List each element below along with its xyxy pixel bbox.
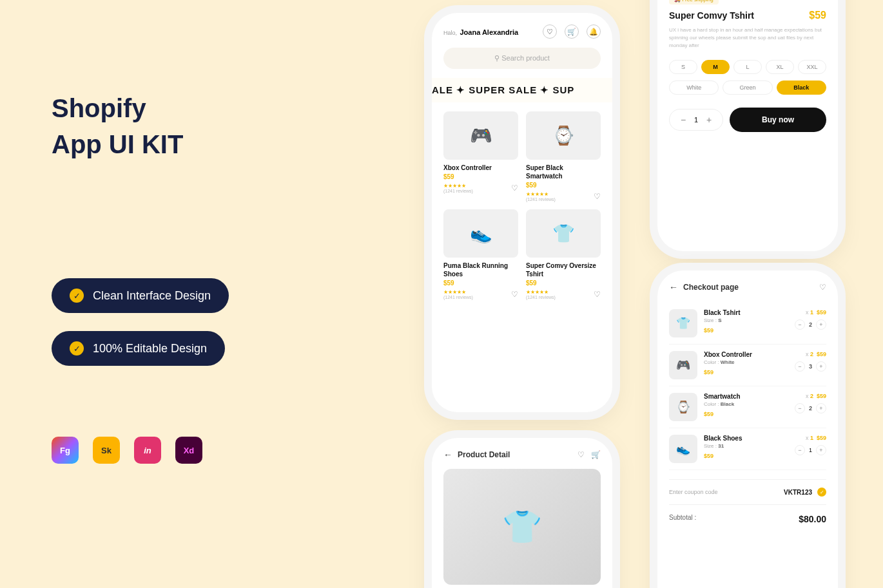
minus-button[interactable]: − [679, 115, 688, 125]
product-card[interactable]: 👟 Puma Black Running Shoes $59 ★★★★★(124… [443, 209, 518, 299]
product-price: $59 [526, 280, 601, 287]
size-option[interactable]: S [669, 60, 697, 74]
cart-icon[interactable]: 🛒 [565, 24, 579, 39]
product-name: Super Black Smartwatch [526, 164, 601, 180]
plus-button[interactable]: + [816, 319, 826, 330]
plus-button[interactable]: + [816, 361, 826, 372]
color-option[interactable]: Black [777, 81, 826, 95]
plus-button[interactable]: + [704, 115, 713, 125]
plus-button[interactable]: + [816, 445, 826, 455]
item-attr: Color : White [704, 359, 788, 365]
product-hero-image: 👕 [443, 469, 601, 585]
back-arrow-icon[interactable]: ← [443, 450, 452, 460]
truck-icon: 🚚 [674, 0, 681, 3]
checkout-item: 👟 Black ShoesSize : 31$59 x 1 $59−1+ [669, 428, 826, 470]
phone-product-detail-2: ← Product Detail ♡ 🛒 👕 [432, 438, 612, 588]
product-card[interactable]: 🎮 Xbox Controller $59 ★★★★★(1241 reviews… [443, 111, 518, 202]
subtotal-label: Subtotal : [669, 514, 696, 524]
item-name: Black Tshirt [704, 309, 788, 316]
page-title: Checkout page [683, 283, 739, 292]
item-price: $59 [704, 369, 788, 375]
search-input[interactable]: ⚲ Search product [443, 48, 601, 69]
qty-value: 1 [809, 447, 812, 453]
product-card[interactable]: 👕 Super Comvy Oversize Tshirt $59 ★★★★★(… [526, 209, 601, 299]
item-qty-price: x 1 $59 [806, 435, 826, 441]
quantity-stepper[interactable]: −3+ [795, 361, 826, 372]
product-description: UX i have a hard stop in an hour and hal… [669, 26, 826, 50]
item-attr: Size : S [704, 318, 788, 323]
cart-icon[interactable]: 🛒 [591, 450, 601, 459]
heart-icon[interactable]: ♡ [594, 290, 601, 299]
item-image: 👟 [669, 435, 697, 463]
product-title: Super Comvy Tshirt [669, 10, 754, 21]
back-arrow-icon[interactable]: ← [669, 282, 678, 292]
check-icon: ✓ [70, 289, 84, 303]
quantity-stepper[interactable]: −2+ [795, 403, 826, 413]
item-image: 👕 [669, 309, 697, 337]
heart-icon[interactable]: ♡ [543, 24, 557, 39]
bell-icon[interactable]: 🔔 [587, 24, 601, 39]
checkout-item: 👕 Black TshirtSize : S$59 x 1 $59−2+ [669, 303, 826, 345]
size-option[interactable]: XL [766, 60, 794, 74]
minus-button[interactable]: − [795, 361, 805, 372]
product-image: 👟 [443, 209, 518, 258]
search-icon: ⚲ [494, 54, 500, 62]
product-card[interactable]: ⌚ Super Black Smartwatch $59 ★★★★★(1241 … [526, 111, 601, 202]
sale-banner: ALE ✦ SUPER SALE ✦ SUP [432, 78, 612, 102]
item-price: $59 [704, 327, 788, 334]
plus-button[interactable]: + [816, 403, 826, 413]
hero-title: Shopify App UI KIT [52, 90, 316, 162]
size-option[interactable]: M [701, 60, 730, 74]
product-name: Xbox Controller [443, 164, 518, 172]
color-option[interactable]: White [669, 81, 719, 95]
item-attr: Size : 31 [704, 443, 788, 449]
xd-icon: Xd [175, 437, 202, 464]
phone-checkout: ← Checkout page ♡ 👕 Black TshirtSize : S… [657, 270, 838, 588]
product-price: $59 [809, 10, 826, 21]
qty-value: 2 [809, 321, 812, 328]
size-option[interactable]: L [733, 60, 762, 74]
heart-icon[interactable]: ♡ [577, 450, 585, 459]
color-option[interactable]: Green [723, 81, 772, 95]
greeting: Halo, Joana Alexandria [443, 26, 518, 37]
figma-icon: Fg [52, 437, 79, 464]
item-image: 🎮 [669, 351, 697, 379]
heart-icon[interactable]: ♡ [594, 192, 601, 201]
star-rating: ★★★★★ [526, 289, 556, 295]
subtotal-value: $80.00 [799, 514, 826, 524]
minus-button[interactable]: − [795, 319, 805, 330]
buy-now-button[interactable]: Buy now [730, 108, 826, 132]
product-image: 🎮 [443, 111, 518, 160]
item-price: $59 [704, 453, 788, 459]
product-image: 👕 [526, 209, 601, 258]
phone-home-screen: Halo, Joana Alexandria ♡ 🛒 🔔 ⚲ Search pr… [432, 13, 612, 412]
check-icon: ✓ [817, 488, 826, 497]
product-name: Puma Black Running Shoes [443, 261, 518, 278]
minus-button[interactable]: − [795, 403, 805, 413]
heart-icon[interactable]: ♡ [511, 290, 518, 299]
item-name: Xbox Controller [704, 351, 788, 358]
reviews-count: (1241 reviews) [443, 189, 473, 193]
quantity-stepper[interactable]: − 1 + [669, 109, 723, 131]
item-price: $59 [704, 411, 788, 417]
reviews-count: (1241 reviews) [526, 295, 556, 299]
heart-icon[interactable]: ♡ [511, 184, 518, 193]
reviews-count: (1241 reviews) [526, 197, 556, 202]
reviews-count: (1241 reviews) [443, 295, 473, 299]
minus-button[interactable]: − [795, 445, 805, 455]
size-option[interactable]: XXL [798, 60, 826, 74]
qty-value: 2 [809, 405, 812, 412]
product-price: $59 [443, 173, 518, 180]
quantity-stepper[interactable]: −1+ [795, 445, 826, 455]
heart-icon[interactable]: ♡ [819, 283, 826, 292]
checkout-item: 🎮 Xbox ControllerColor : White$59 x 2 $5… [669, 345, 826, 386]
quantity-stepper[interactable]: −2+ [795, 319, 826, 330]
check-icon: ✓ [70, 341, 84, 356]
coupon-input[interactable]: VKTR123 [784, 489, 812, 496]
item-name: Smartwatch [704, 393, 788, 400]
sketch-icon: Sk [93, 437, 120, 464]
product-price: $59 [526, 182, 601, 189]
feature-badges: ✓ Clean Interface Design ✓ 100% Editable… [52, 278, 316, 366]
qty-value: 1 [694, 116, 698, 124]
item-qty-price: x 1 $59 [806, 309, 826, 316]
